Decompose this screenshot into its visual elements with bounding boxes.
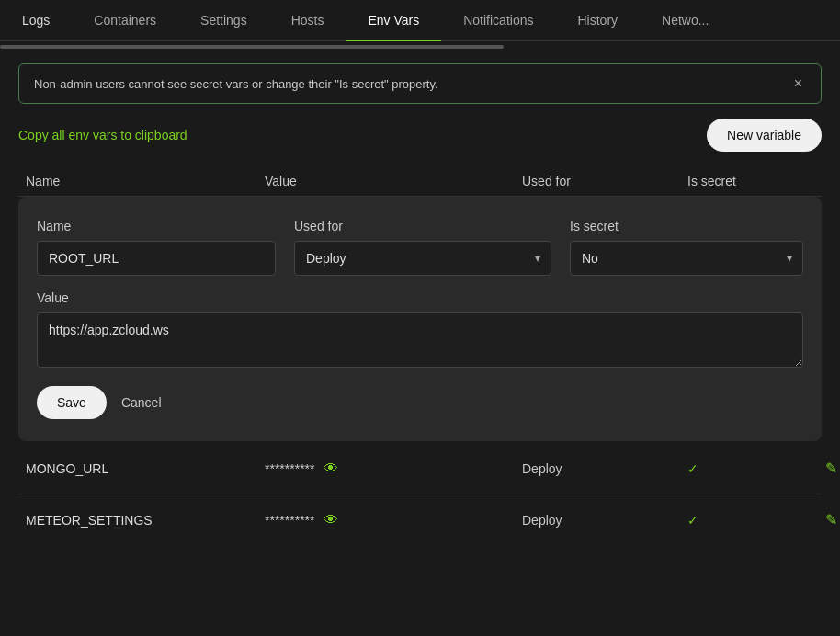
value-textarea[interactable]: https://app.zcloud.ws <box>37 312 803 368</box>
row-used-for: Deploy <box>522 513 687 528</box>
main-content: Non-admin users cannot see secret vars o… <box>0 49 840 560</box>
used-for-select[interactable]: DeployBuildBoth <box>294 241 551 276</box>
row-actions: ✎ 🗑 <box>825 511 840 528</box>
used-for-field-group: Used for DeployBuildBoth ▾ <box>294 219 551 276</box>
is-secret-field-group: Is secret NoYes ▾ <box>570 219 803 276</box>
header-used-for: Used for <box>522 174 687 188</box>
row-used-for: Deploy <box>522 461 687 476</box>
nav-tab-history[interactable]: History <box>555 0 640 40</box>
nav-tab-settings[interactable]: Settings <box>178 0 269 40</box>
is-secret-select[interactable]: NoYes <box>570 241 803 276</box>
row-value-text: ********** <box>265 461 314 476</box>
form-button-row: Save Cancel <box>37 386 803 419</box>
is-secret-select-wrapper: NoYes ▾ <box>570 241 803 276</box>
used-for-select-wrapper: DeployBuildBoth ▾ <box>294 241 551 276</box>
nav-tab-hosts[interactable]: Hosts <box>269 0 346 40</box>
nav-tab-netwo[interactable]: Netwo... <box>640 0 731 40</box>
toggle-secret-icon[interactable]: 👁 <box>324 512 338 528</box>
header-is-secret: Is secret <box>687 174 825 188</box>
nav-tab-notifications[interactable]: Notifications <box>441 0 555 40</box>
name-input[interactable] <box>37 241 276 276</box>
nav-tab-containers[interactable]: Containers <box>72 0 178 40</box>
toolbar: Copy all env vars to clipboard New varia… <box>18 119 822 152</box>
name-label: Name <box>37 219 276 233</box>
env-vars-list: MONGO_URL ********** 👁 Deploy ✓ ✎ 🗑 METE… <box>18 443 822 545</box>
header-value: Value <box>265 174 522 188</box>
table-header: Name Value Used for Is secret <box>18 166 822 197</box>
save-button[interactable]: Save <box>37 386 107 419</box>
edit-form-card: Name Used for DeployBuildBoth ▾ Is secre… <box>18 197 822 441</box>
alert-close-button[interactable]: × <box>790 75 806 92</box>
edit-row-icon[interactable]: ✎ <box>825 460 837 477</box>
row-name: METEOR_SETTINGS <box>26 513 265 528</box>
row-value: ********** 👁 <box>265 460 522 477</box>
value-label: Value <box>37 290 803 305</box>
header-actions <box>825 174 840 188</box>
header-name: Name <box>26 174 265 188</box>
alert-message: Non-admin users cannot see secret vars o… <box>34 77 438 91</box>
row-value-text: ********** <box>265 513 314 528</box>
row-value: ********** 👁 <box>265 512 522 528</box>
is-secret-label: Is secret <box>570 219 803 233</box>
nav-tabs: LogsContainersSettingsHostsEnv VarsNotif… <box>0 0 840 49</box>
copy-env-vars-button[interactable]: Copy all env vars to clipboard <box>18 128 187 142</box>
value-field-group: Value https://app.zcloud.ws <box>37 290 803 371</box>
new-variable-button[interactable]: New variable <box>707 119 822 152</box>
row-is-secret: ✓ <box>687 513 825 528</box>
name-field-group: Name <box>37 219 276 276</box>
toggle-secret-icon[interactable]: 👁 <box>324 460 338 477</box>
row-name: MONGO_URL <box>26 461 265 476</box>
nav-tab-logs[interactable]: Logs <box>0 0 72 40</box>
edit-form-top: Name Used for DeployBuildBoth ▾ Is secre… <box>37 219 803 276</box>
cancel-button[interactable]: Cancel <box>121 395 162 410</box>
edit-row-icon[interactable]: ✎ <box>825 511 837 528</box>
nav-tab-env-vars[interactable]: Env Vars <box>346 0 441 40</box>
row-actions: ✎ 🗑 <box>825 460 840 477</box>
row-is-secret: ✓ <box>687 461 825 476</box>
alert-banner: Non-admin users cannot see secret vars o… <box>18 63 822 104</box>
table-row: METEOR_SETTINGS ********** 👁 Deploy ✓ ✎ … <box>18 494 822 545</box>
table-row: MONGO_URL ********** 👁 Deploy ✓ ✎ 🗑 <box>18 443 822 494</box>
used-for-label: Used for <box>294 219 551 233</box>
